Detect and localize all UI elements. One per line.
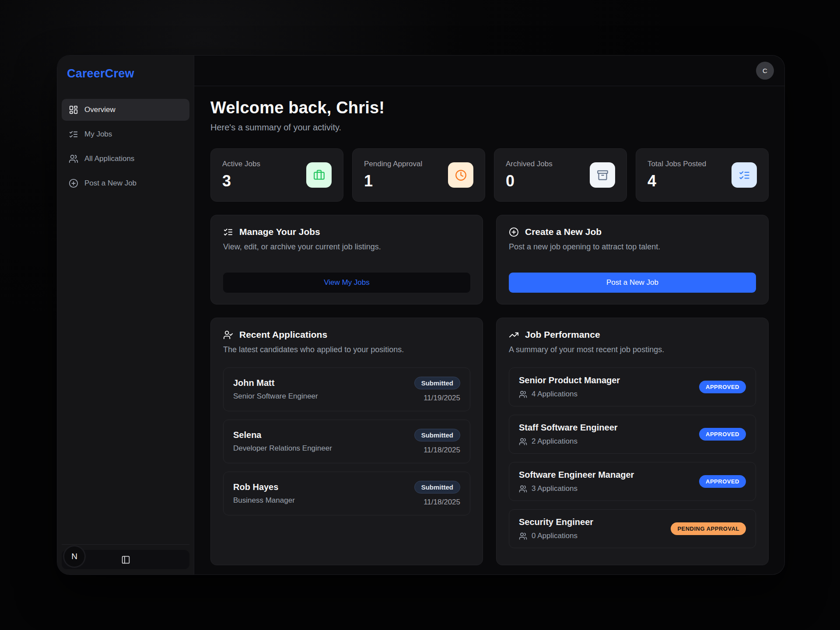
sidebar-item-post-new-job[interactable]: Post a New Job — [62, 172, 189, 194]
status-badge: Submitted — [414, 429, 460, 441]
card-description: The latest candidates who applied to you… — [223, 345, 470, 354]
list-checks-icon — [732, 162, 757, 188]
status-badge: APPROVED — [699, 381, 746, 393]
stat-value: 3 — [222, 172, 260, 190]
status-badge: APPROVED — [699, 428, 746, 441]
applicant-role: Developer Relations Engineer — [233, 444, 332, 453]
sidebar-item-label: Post a New Job — [84, 179, 136, 188]
user-check-icon — [223, 330, 233, 340]
applicant-name: John Matt — [233, 378, 318, 388]
stat-value: 4 — [648, 172, 706, 190]
job-title: Software Engineer Manager — [519, 470, 634, 480]
content-column: C Welcome back, Chris! Here's a summary … — [194, 56, 784, 574]
recent-applications-list: John Matt Senior Software Engineer Submi… — [223, 368, 470, 515]
applicant-role: Business Manager — [233, 496, 295, 505]
panel-left-icon — [121, 555, 130, 564]
stat-label: Archived Jobs — [506, 160, 553, 168]
manage-jobs-card: Manage Your Jobs View, edit, or archive … — [210, 215, 483, 304]
stat-card-pending-approval: Pending Approval 1 — [352, 148, 485, 202]
topbar: C — [194, 56, 784, 86]
trending-up-icon — [509, 330, 519, 340]
sidebar-user-avatar[interactable]: N — [64, 546, 84, 567]
job-info: Staff Software Engineer 2 Applications — [519, 423, 618, 446]
sidebar-item-label: Overview — [84, 105, 116, 114]
card-description: View, edit, or archive your current job … — [223, 242, 470, 252]
applicant-name: Rob Hayes — [233, 482, 295, 492]
view-my-jobs-button[interactable]: View My Jobs — [223, 273, 470, 293]
users-icon — [519, 485, 527, 493]
stat-value: 1 — [364, 172, 422, 190]
actions-row: Manage Your Jobs View, edit, or archive … — [210, 215, 769, 304]
job-performance-card: Job Performance A summary of your most r… — [496, 318, 769, 565]
stat-card-archived-jobs: Archived Jobs 0 — [494, 148, 627, 202]
clock-icon — [448, 162, 473, 188]
page-title: Welcome back, Chris! — [210, 98, 769, 117]
stat-text: Pending Approval 1 — [364, 160, 422, 190]
stat-card-total-jobs-posted: Total Jobs Posted 4 — [636, 148, 769, 202]
job-info: Senior Product Manager 4 Applications — [519, 375, 620, 399]
applications-count: 3 Applications — [519, 484, 634, 493]
sidebar-item-label: My Jobs — [84, 130, 112, 139]
stat-label: Pending Approval — [364, 160, 422, 168]
job-title: Senior Product Manager — [519, 375, 620, 385]
job-row[interactable]: Software Engineer Manager 3 Applications… — [509, 462, 756, 501]
user-avatar[interactable]: C — [756, 62, 774, 80]
sidebar-footer: N — [62, 544, 189, 569]
bottom-row: Recent Applications The latest candidate… — [210, 318, 769, 565]
card-title: Create a New Job — [525, 227, 602, 237]
users-icon — [519, 438, 527, 446]
stat-label: Active Jobs — [222, 160, 260, 168]
sidebar-item-overview[interactable]: Overview — [62, 99, 189, 121]
job-row[interactable]: Senior Product Manager 4 Applications AP… — [509, 368, 756, 406]
sidebar-item-all-applications[interactable]: All Applications — [62, 148, 189, 170]
sidebar-nav: Overview My Jobs All Applications Post a… — [57, 99, 194, 194]
stat-label: Total Jobs Posted — [648, 160, 706, 168]
application-date: 11/19/2025 — [424, 394, 460, 402]
plus-circle-icon — [69, 178, 78, 188]
archive-icon — [590, 162, 615, 188]
sidebar-item-my-jobs[interactable]: My Jobs — [62, 123, 189, 145]
applications-count-label: 2 Applications — [532, 437, 578, 446]
status-badge: PENDING APPROVAL — [671, 522, 746, 535]
stats-row: Active Jobs 3 Pending Approval 1 — [210, 148, 769, 202]
status-badge: Submitted — [414, 481, 460, 494]
application-row[interactable]: Rob Hayes Business Manager Submitted 11/… — [223, 472, 470, 515]
stat-value: 0 — [506, 172, 553, 190]
sidebar-spacer — [57, 194, 194, 544]
applications-count-label: 3 Applications — [532, 484, 578, 493]
recent-applications-card: Recent Applications The latest candidate… — [210, 318, 483, 565]
applicant-info: Rob Hayes Business Manager — [233, 482, 295, 505]
stat-text: Archived Jobs 0 — [506, 160, 553, 190]
card-title-row: Job Performance — [509, 329, 756, 340]
status-badge: APPROVED — [699, 475, 746, 488]
applicant-role: Senior Software Engineer — [233, 392, 318, 401]
users-icon — [519, 390, 527, 399]
job-info: Software Engineer Manager 3 Applications — [519, 470, 634, 493]
card-title: Manage Your Jobs — [239, 227, 320, 237]
plus-circle-icon — [509, 227, 519, 237]
app-logo: CareerCrew — [57, 56, 194, 84]
desktop-background: { "app": { "name": "CareerCrew", "brand_… — [0, 0, 840, 630]
users-icon — [69, 154, 78, 164]
application-meta: Submitted 11/18/2025 — [414, 481, 460, 507]
application-date: 11/18/2025 — [424, 446, 460, 455]
application-row[interactable]: John Matt Senior Software Engineer Submi… — [223, 368, 470, 411]
applications-count: 0 Applications — [519, 532, 593, 540]
card-title-row: Manage Your Jobs — [223, 227, 470, 237]
job-title: Security Engineer — [519, 517, 593, 527]
job-row[interactable]: Security Engineer 0 Applications PENDING… — [509, 509, 756, 548]
applications-count: 2 Applications — [519, 437, 618, 446]
users-icon — [519, 532, 527, 540]
create-job-card: Create a New Job Post a new job opening … — [496, 215, 769, 304]
stat-text: Active Jobs 3 — [222, 160, 260, 190]
card-title-row: Create a New Job — [509, 227, 756, 237]
card-title: Job Performance — [525, 329, 600, 340]
app-window: CareerCrew Overview My Jobs All Applicat… — [57, 56, 784, 574]
list-checks-icon — [69, 130, 78, 139]
post-new-job-button[interactable]: Post a New Job — [509, 273, 756, 293]
stat-text: Total Jobs Posted 4 — [648, 160, 706, 190]
application-row[interactable]: Selena Developer Relations Engineer Subm… — [223, 420, 470, 463]
applicant-info: John Matt Senior Software Engineer — [233, 378, 318, 401]
briefcase-icon — [306, 162, 332, 188]
job-row[interactable]: Staff Software Engineer 2 Applications A… — [509, 415, 756, 454]
